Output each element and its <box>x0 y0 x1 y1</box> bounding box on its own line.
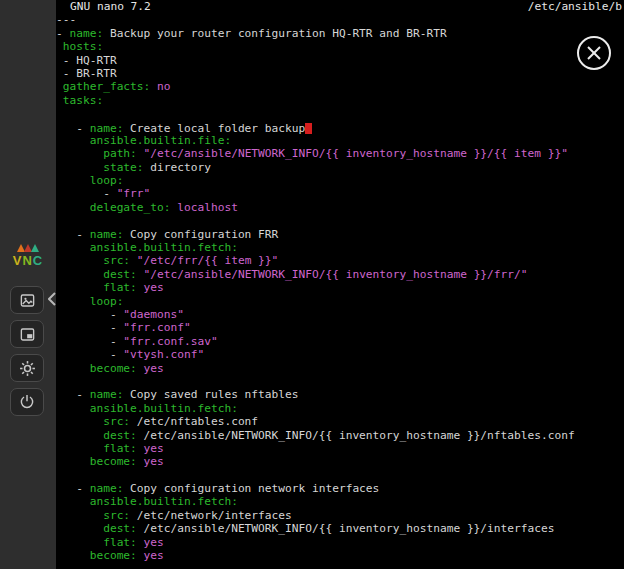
editor-line: dest: /etc/ansible/NETWORK_INFO/{{ inven… <box>56 429 624 442</box>
chevron-left-icon <box>48 292 56 306</box>
editor-line: flat: yes <box>56 442 624 455</box>
editor-line: ansible.builtin.fetch: <box>56 495 624 508</box>
collapse-panel-chevron[interactable] <box>48 291 56 307</box>
editor-line: hosts: <box>56 40 624 53</box>
file-path: /etc/ansible/b <box>528 0 622 13</box>
editor-line: ansible.builtin.file: <box>56 134 624 147</box>
editor-line: gather_facts: no <box>56 80 624 93</box>
nano-titlebar: GNU nano 7.2 /etc/ansible/b <box>56 0 624 13</box>
fullscreen-icon <box>19 327 36 342</box>
logo-letter: V <box>13 253 23 268</box>
editor-line: become: yes <box>56 455 624 468</box>
editor-line: - name: Copy saved rules nftables <box>56 388 624 401</box>
fullscreen-button[interactable] <box>10 320 44 348</box>
text-cursor <box>305 123 312 134</box>
power-icon <box>19 394 35 410</box>
editor-line: - "frr.conf" <box>56 321 624 334</box>
editor-line: - name: Copy configuration FRR <box>56 228 624 241</box>
editor-line: - name: Backup your router configuration… <box>56 27 624 40</box>
editor-line: loop: <box>56 174 624 187</box>
image-icon <box>19 293 36 308</box>
editor-line <box>56 107 624 120</box>
vnc-logo: VNC <box>0 244 56 268</box>
editor-line: state: directory <box>56 161 624 174</box>
vnc-logo-text: VNC <box>0 253 56 268</box>
screen: VNC <box>0 0 624 569</box>
editor-line: - "frr.conf.sav" <box>56 335 624 348</box>
editor-line: src: /etc/nftables.conf <box>56 415 624 428</box>
editor-lines[interactable]: ---- name: Backup your router configurat… <box>56 13 624 562</box>
editor-line: - "daemons" <box>56 308 624 321</box>
editor-line: - name: Copy configuration network inter… <box>56 482 624 495</box>
editor-line: delegate_to: localhost <box>56 201 624 214</box>
editor-line: - "vtysh.conf" <box>56 348 624 361</box>
nano-version: GNU nano 7.2 <box>70 0 151 13</box>
editor-line: - BR-RTR <box>56 67 624 80</box>
vnc-logo-flag-icon <box>17 244 39 252</box>
logo-letter: N <box>22 253 32 268</box>
editor-line: flat: yes <box>56 281 624 294</box>
editor-line <box>56 469 624 482</box>
screenshot-button[interactable] <box>10 286 44 314</box>
editor-line: - HQ-RTR <box>56 54 624 67</box>
editor-line: - "frr" <box>56 187 624 200</box>
settings-button[interactable] <box>10 354 44 382</box>
close-button[interactable] <box>577 36 611 70</box>
editor-line: ansible.builtin.fetch: <box>56 241 624 254</box>
editor-line: flat: yes <box>56 536 624 549</box>
editor-line: ansible.builtin.fetch: <box>56 402 624 415</box>
editor-line: - name: Create local folder backup <box>56 121 624 134</box>
close-icon <box>587 46 601 60</box>
editor-line: path: "/etc/ansible/NETWORK_INFO/{{ inve… <box>56 147 624 160</box>
editor-line <box>56 214 624 227</box>
editor-line: loop: <box>56 295 624 308</box>
editor-line <box>56 375 624 388</box>
editor-line: --- <box>56 13 624 26</box>
power-button[interactable] <box>10 388 44 416</box>
vnc-sidebar: VNC <box>0 0 56 569</box>
editor-line: dest: "/etc/ansible/NETWORK_INFO/{{ inve… <box>56 268 624 281</box>
terminal[interactable]: GNU nano 7.2 /etc/ansible/b ---- name: B… <box>56 0 624 569</box>
editor-line: src: "/etc/frr/{{ item }}" <box>56 254 624 267</box>
editor-line: dest: /etc/ansible/NETWORK_INFO/{{ inven… <box>56 522 624 535</box>
logo-letter: C <box>33 253 43 268</box>
editor-line: tasks: <box>56 94 624 107</box>
editor-line: become: yes <box>56 362 624 375</box>
editor-line: src: /etc/network/interfaces <box>56 509 624 522</box>
gear-icon <box>19 360 36 377</box>
editor-line: become: yes <box>56 549 624 562</box>
